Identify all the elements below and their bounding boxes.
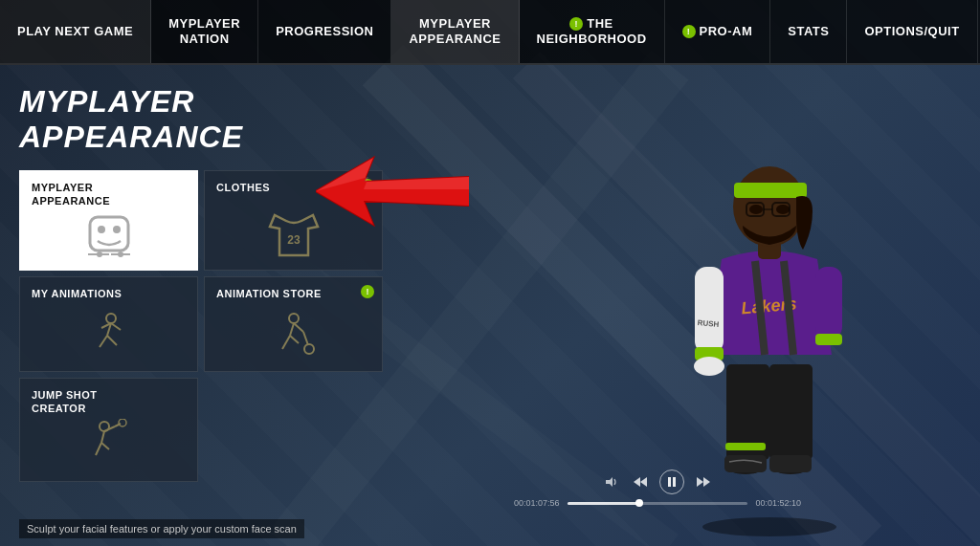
neighborhood-notif-dot: ! xyxy=(569,17,583,31)
svg-point-50 xyxy=(749,205,763,214)
nav-progression[interactable]: Progression xyxy=(258,0,391,63)
svg-line-21 xyxy=(290,336,299,343)
rewind-button[interactable] xyxy=(631,472,650,491)
svg-rect-34 xyxy=(769,364,813,460)
svg-rect-64 xyxy=(673,477,676,487)
playback-buttons xyxy=(602,470,713,494)
jumpshot-icon xyxy=(32,419,186,471)
svg-text:23: 23 xyxy=(287,233,301,247)
volume-icon[interactable] xyxy=(602,472,621,491)
svg-rect-43 xyxy=(815,267,842,339)
svg-line-15 xyxy=(107,336,117,345)
svg-point-6 xyxy=(113,226,121,233)
card-my-animations[interactable]: MY ANIMATIONS xyxy=(19,276,198,372)
status-bar: Sculpt your facial features or apply you… xyxy=(19,519,961,538)
progress-bar[interactable] xyxy=(568,502,748,505)
svg-rect-39 xyxy=(725,443,766,450)
svg-point-31 xyxy=(119,419,126,426)
svg-point-48 xyxy=(733,166,806,247)
nav-play-next-game[interactable]: Play Next Game xyxy=(0,0,151,63)
pro-am-notif-dot: ! xyxy=(682,25,696,38)
svg-marker-60 xyxy=(606,477,612,487)
svg-marker-65 xyxy=(697,477,703,487)
svg-rect-45 xyxy=(815,334,842,345)
status-text: Sculpt your facial features or apply you… xyxy=(19,519,304,538)
svg-rect-63 xyxy=(668,477,671,487)
svg-point-12 xyxy=(106,314,116,323)
card-jump-shot-creator[interactable]: JUMP SHOTCREATOR xyxy=(19,378,198,483)
media-controls: 00:01:07:56 00:01:52:10 xyxy=(354,470,961,508)
time-total: 00:01:52:10 xyxy=(755,498,801,508)
svg-line-22 xyxy=(294,323,303,332)
svg-point-10 xyxy=(118,251,123,257)
svg-point-46 xyxy=(694,357,724,376)
fast-forward-button[interactable] xyxy=(694,472,713,491)
nav-stats[interactable]: Stats xyxy=(770,0,847,63)
svg-point-18 xyxy=(289,314,299,323)
nav-options-quit[interactable]: Options/Quit xyxy=(847,0,977,63)
svg-line-28 xyxy=(101,443,109,449)
svg-line-16 xyxy=(111,323,121,330)
card-animation-store[interactable]: ANIMATION STORE ! xyxy=(204,276,383,372)
progress-fill xyxy=(568,502,640,505)
svg-line-27 xyxy=(96,443,101,455)
svg-marker-61 xyxy=(640,477,647,487)
svg-marker-58 xyxy=(316,158,469,225)
svg-point-51 xyxy=(776,205,790,214)
progress-container: 00:01:07:56 00:01:52:10 xyxy=(514,498,801,508)
svg-marker-62 xyxy=(634,477,640,487)
svg-marker-66 xyxy=(703,477,710,487)
pause-button[interactable] xyxy=(659,470,684,494)
svg-point-5 xyxy=(98,226,105,233)
card-myplayer-appearance[interactable]: MyPLAYERAPPEARANCE xyxy=(19,170,198,271)
red-arrow xyxy=(316,153,469,229)
top-nav: Play Next Game MyPLAYER Nation Progressi… xyxy=(0,0,980,65)
time-current: 00:01:07:56 xyxy=(514,498,560,508)
nav-neighborhood[interactable]: ! The Neighborhood xyxy=(520,0,665,63)
nav-myplayer-nation[interactable]: MyPLAYER Nation xyxy=(151,0,258,63)
animation-store-notif-dot: ! xyxy=(361,285,374,298)
svg-line-26 xyxy=(101,431,104,443)
svg-point-8 xyxy=(97,251,102,257)
svg-line-20 xyxy=(282,336,290,349)
svg-rect-41 xyxy=(695,267,724,353)
animation-icon xyxy=(32,309,186,361)
page-title: MyPLAYER APPEARANCE xyxy=(19,84,421,155)
face-icon xyxy=(32,212,186,260)
svg-rect-49 xyxy=(734,183,807,198)
nav-pro-am[interactable]: ! Pro-Am xyxy=(665,0,771,63)
animation-store-icon xyxy=(216,309,370,361)
svg-line-19 xyxy=(290,323,294,336)
svg-point-24 xyxy=(304,344,314,354)
svg-line-23 xyxy=(303,332,308,345)
progress-handle[interactable] xyxy=(635,499,643,507)
svg-line-14 xyxy=(100,336,107,347)
nav-myplayer-appearance[interactable]: MyPLAYER Appearance xyxy=(391,0,519,63)
